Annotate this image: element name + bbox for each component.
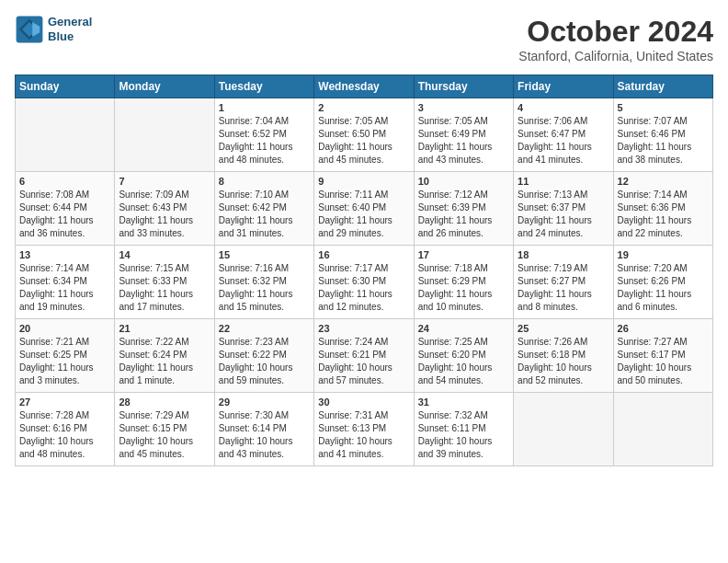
calendar-day-cell: [115, 98, 214, 172]
sunrise-text: Sunrise: 7:14 AM: [19, 263, 89, 273]
sunset-text: Sunset: 6:49 PM: [418, 129, 486, 139]
day-number: 4: [518, 102, 609, 113]
daylight-text: Daylight: 11 hours and 15 minutes.: [219, 289, 293, 312]
day-info: Sunrise: 7:26 AM Sunset: 6:18 PM Dayligh…: [518, 336, 609, 387]
sunrise-text: Sunrise: 7:09 AM: [119, 190, 188, 200]
day-info: Sunrise: 7:15 AM Sunset: 6:33 PM Dayligh…: [119, 262, 210, 314]
sunrise-text: Sunrise: 7:18 AM: [418, 263, 488, 273]
sunrise-text: Sunrise: 7:22 AM: [119, 337, 188, 347]
calendar-day-cell: 23 Sunrise: 7:24 AM Sunset: 6:21 PM Dayl…: [314, 319, 414, 393]
day-info: Sunrise: 7:06 AM Sunset: 6:47 PM Dayligh…: [518, 115, 609, 167]
sunset-text: Sunset: 6:47 PM: [518, 129, 586, 139]
day-info: Sunrise: 7:18 AM Sunset: 6:29 PM Dayligh…: [418, 262, 509, 314]
daylight-text: Daylight: 10 hours and 52 minutes.: [518, 362, 592, 385]
sunset-text: Sunset: 6:30 PM: [318, 276, 386, 286]
calendar-week-row: 13 Sunrise: 7:14 AM Sunset: 6:34 PM Dayl…: [16, 246, 713, 319]
day-number: 26: [618, 323, 709, 334]
calendar-day-cell: [514, 393, 613, 466]
day-number: 27: [19, 396, 110, 408]
sunset-text: Sunset: 6:17 PM: [618, 350, 686, 360]
calendar-week-row: 6 Sunrise: 7:08 AM Sunset: 6:44 PM Dayli…: [16, 172, 713, 246]
sunset-text: Sunset: 6:39 PM: [418, 202, 486, 213]
day-number: 12: [618, 176, 709, 187]
sunrise-text: Sunrise: 7:17 AM: [318, 263, 388, 273]
sunset-text: Sunset: 6:32 PM: [219, 276, 287, 286]
calendar-day-cell: 11 Sunrise: 7:13 AM Sunset: 6:37 PM Dayl…: [514, 172, 613, 246]
daylight-text: Daylight: 10 hours and 50 minutes.: [618, 362, 692, 385]
calendar-day-cell: 10 Sunrise: 7:12 AM Sunset: 6:39 PM Dayl…: [414, 172, 513, 246]
day-info: Sunrise: 7:12 AM Sunset: 6:39 PM Dayligh…: [418, 189, 509, 240]
calendar-day-cell: 22 Sunrise: 7:23 AM Sunset: 6:22 PM Dayl…: [214, 319, 313, 393]
sunset-text: Sunset: 6:40 PM: [318, 202, 386, 213]
sunset-text: Sunset: 6:14 PM: [219, 423, 287, 433]
day-info: Sunrise: 7:08 AM Sunset: 6:44 PM Dayligh…: [19, 189, 110, 240]
sunset-text: Sunset: 6:22 PM: [219, 350, 287, 360]
daylight-text: Daylight: 11 hours and 36 minutes.: [19, 215, 94, 238]
day-number: 30: [318, 396, 409, 408]
day-number: 2: [318, 102, 409, 113]
calendar-day-cell: 26 Sunrise: 7:27 AM Sunset: 6:17 PM Dayl…: [613, 319, 712, 393]
calendar-day-cell: 31 Sunrise: 7:32 AM Sunset: 6:11 PM Dayl…: [414, 393, 513, 466]
day-info: Sunrise: 7:09 AM Sunset: 6:43 PM Dayligh…: [119, 189, 210, 240]
weekday-header-cell: Monday: [115, 75, 214, 98]
day-number: 31: [418, 396, 509, 408]
daylight-text: Daylight: 11 hours and 8 minutes.: [518, 289, 592, 312]
sunset-text: Sunset: 6:26 PM: [618, 276, 686, 286]
day-number: 22: [219, 323, 310, 334]
day-number: 24: [418, 323, 509, 334]
sunset-text: Sunset: 6:11 PM: [418, 423, 486, 433]
daylight-text: Daylight: 11 hours and 6 minutes.: [618, 289, 692, 312]
sunrise-text: Sunrise: 7:15 AM: [119, 263, 188, 273]
day-info: Sunrise: 7:27 AM Sunset: 6:17 PM Dayligh…: [618, 336, 709, 387]
logo: General Blue: [15, 15, 92, 44]
sunrise-text: Sunrise: 7:29 AM: [119, 410, 188, 420]
sunrise-text: Sunrise: 7:32 AM: [418, 410, 488, 420]
sunset-text: Sunset: 6:43 PM: [119, 202, 187, 213]
daylight-text: Daylight: 10 hours and 41 minutes.: [318, 436, 392, 459]
day-number: 21: [119, 323, 210, 334]
calendar-day-cell: 29 Sunrise: 7:30 AM Sunset: 6:14 PM Dayl…: [214, 393, 313, 466]
calendar-day-cell: 3 Sunrise: 7:05 AM Sunset: 6:49 PM Dayli…: [414, 98, 513, 172]
sunrise-text: Sunrise: 7:30 AM: [219, 410, 289, 420]
daylight-text: Daylight: 11 hours and 19 minutes.: [19, 289, 94, 312]
daylight-text: Daylight: 11 hours and 10 minutes.: [418, 289, 493, 312]
sunrise-text: Sunrise: 7:16 AM: [219, 263, 289, 273]
sunrise-text: Sunrise: 7:05 AM: [318, 116, 388, 126]
weekday-header-cell: Thursday: [414, 75, 513, 98]
day-info: Sunrise: 7:23 AM Sunset: 6:22 PM Dayligh…: [219, 336, 310, 387]
day-info: Sunrise: 7:19 AM Sunset: 6:27 PM Dayligh…: [518, 262, 609, 314]
day-number: 5: [618, 102, 709, 113]
sunset-text: Sunset: 6:34 PM: [19, 276, 87, 286]
logo-icon: [15, 15, 44, 44]
daylight-text: Daylight: 11 hours and 1 minute.: [119, 362, 193, 385]
sunrise-text: Sunrise: 7:05 AM: [418, 116, 488, 126]
daylight-text: Daylight: 10 hours and 43 minutes.: [219, 436, 293, 459]
calendar-day-cell: 30 Sunrise: 7:31 AM Sunset: 6:13 PM Dayl…: [314, 393, 414, 466]
day-number: 25: [518, 323, 609, 334]
day-number: 23: [318, 323, 409, 334]
day-number: 28: [119, 396, 210, 408]
sunrise-text: Sunrise: 7:28 AM: [19, 410, 89, 420]
calendar-day-cell: 25 Sunrise: 7:26 AM Sunset: 6:18 PM Dayl…: [514, 319, 613, 393]
sunrise-text: Sunrise: 7:08 AM: [19, 190, 89, 200]
calendar-day-cell: 13 Sunrise: 7:14 AM Sunset: 6:34 PM Dayl…: [16, 246, 115, 319]
daylight-text: Daylight: 11 hours and 29 minutes.: [318, 215, 392, 238]
daylight-text: Daylight: 11 hours and 24 minutes.: [518, 215, 592, 238]
day-number: 18: [518, 249, 609, 260]
calendar-day-cell: 18 Sunrise: 7:19 AM Sunset: 6:27 PM Dayl…: [514, 246, 613, 319]
sunrise-text: Sunrise: 7:31 AM: [318, 410, 388, 420]
calendar-day-cell: 2 Sunrise: 7:05 AM Sunset: 6:50 PM Dayli…: [314, 98, 414, 172]
day-number: 17: [418, 249, 509, 260]
day-number: 10: [418, 176, 509, 187]
daylight-text: Daylight: 11 hours and 3 minutes.: [19, 362, 94, 385]
daylight-text: Daylight: 11 hours and 41 minutes.: [518, 142, 592, 165]
calendar-day-cell: 5 Sunrise: 7:07 AM Sunset: 6:46 PM Dayli…: [613, 98, 712, 172]
daylight-text: Daylight: 10 hours and 57 minutes.: [318, 362, 392, 385]
day-number: 9: [318, 176, 409, 187]
sunset-text: Sunset: 6:16 PM: [19, 423, 87, 433]
sunset-text: Sunset: 6:52 PM: [219, 129, 287, 139]
day-info: Sunrise: 7:30 AM Sunset: 6:14 PM Dayligh…: [219, 409, 310, 461]
page-header: General Blue October 2024 Stanford, Cali…: [15, 15, 713, 63]
month-title: October 2024: [518, 15, 713, 49]
daylight-text: Daylight: 11 hours and 26 minutes.: [418, 215, 493, 238]
